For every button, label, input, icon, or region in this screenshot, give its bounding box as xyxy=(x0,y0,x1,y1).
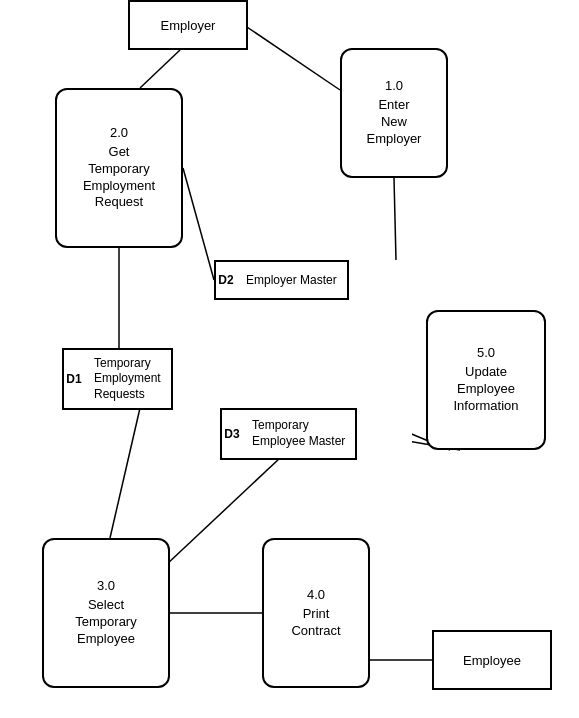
datastore-d3-id: D3 xyxy=(220,408,242,460)
process-5-number: 5.0 xyxy=(477,345,495,360)
svg-line-0 xyxy=(244,25,340,90)
employee-entity-label: Employee xyxy=(463,653,521,668)
process-2-label: GetTemporaryEmploymentRequest xyxy=(83,144,155,212)
employer-entity: Employer xyxy=(128,0,248,50)
datastore-d1-label: TemporaryEmploymentRequests xyxy=(84,348,173,410)
svg-line-1 xyxy=(140,50,180,88)
process-5-label: UpdateEmployeeInformation xyxy=(453,364,518,415)
datastore-d1-id: D1 xyxy=(62,348,84,410)
employer-entity-label: Employer xyxy=(161,18,216,33)
svg-line-4 xyxy=(183,168,214,280)
process-4-number: 4.0 xyxy=(307,587,325,602)
process-4: 4.0 PrintContract xyxy=(262,538,370,688)
datastore-d3: D3 TemporaryEmployee Master xyxy=(220,408,412,460)
employee-entity: Employee xyxy=(432,630,552,690)
process-2-number: 2.0 xyxy=(110,125,128,140)
process-1-number: 1.0 xyxy=(385,78,403,93)
datastore-d3-label: TemporaryEmployee Master xyxy=(242,408,357,460)
process-3-label: SelectTemporaryEmployee xyxy=(75,597,136,648)
process-4-label: PrintContract xyxy=(291,606,340,640)
svg-line-2 xyxy=(394,178,396,260)
datastore-d2-id: D2 xyxy=(214,260,236,300)
process-3-number: 3.0 xyxy=(97,578,115,593)
datastore-d2-label: Employer Master xyxy=(236,260,349,300)
process-5: 5.0 UpdateEmployeeInformation xyxy=(426,310,546,450)
svg-line-5 xyxy=(110,408,140,538)
process-1: 1.0 EnterNewEmployer xyxy=(340,48,448,178)
process-1-label: EnterNewEmployer xyxy=(367,97,422,148)
process-3: 3.0 SelectTemporaryEmployee xyxy=(42,538,170,688)
datastore-d2: D2 Employer Master xyxy=(214,260,396,300)
datastore-d1: D1 TemporaryEmploymentRequests xyxy=(62,348,247,410)
process-2: 2.0 GetTemporaryEmploymentRequest xyxy=(55,88,183,248)
